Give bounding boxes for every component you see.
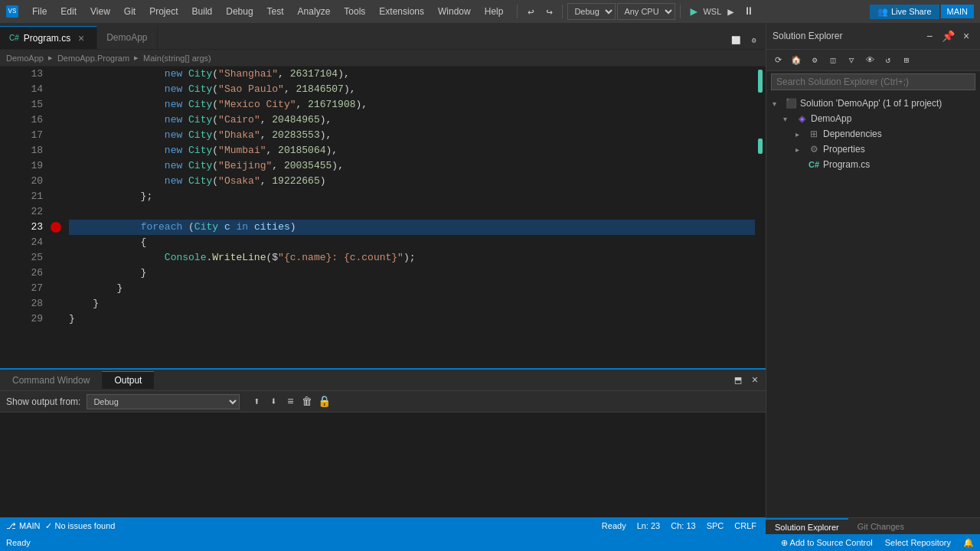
debug-config-dropdown[interactable]: Debug	[567, 3, 616, 20]
se-show-all-button[interactable]: 👁	[861, 52, 878, 69]
panel-tab-bar: Command Window Output ⬒ ×	[0, 370, 766, 391]
menu-git[interactable]: Git	[118, 5, 142, 18]
notification-icon[interactable]: 🔔	[957, 538, 980, 548]
menu-extensions[interactable]: Extensions	[373, 5, 430, 18]
tree-item-label-deps: Dependencies	[823, 129, 882, 139]
output-btn-2[interactable]: ⬇	[266, 394, 281, 409]
encoding-info[interactable]: CRLF	[731, 521, 760, 530]
tree-item-label-demoapp: DemoApp	[811, 113, 851, 124]
code-lines[interactable]: new City("Shanghai", 26317104), new City…	[63, 67, 755, 368]
code-line-23: foreach (City c in cities)	[69, 220, 755, 235]
output-btn-4[interactable]: 🗑	[299, 394, 315, 409]
editor-content[interactable]: 13 14 15 16 17 18 19 20 21 22 23 24 25 2…	[0, 67, 766, 368]
tree-item-dependencies[interactable]: ▸ ⊞ Dependencies	[766, 126, 980, 142]
code-line-19: new City("Beijing", 20035455),	[69, 158, 755, 174]
panel-float-button[interactable]: ⬒	[730, 373, 746, 388]
menu-project[interactable]: Project	[143, 5, 184, 18]
breakpoint-gutter	[49, 67, 63, 368]
menu-view[interactable]: View	[84, 5, 116, 18]
code-line-16: new City("Cairo", 20484965),	[69, 112, 755, 128]
status-bar: ⎇ MAIN ✓ No issues found Ready Ln: 23 Ch…	[0, 517, 766, 534]
no-issues-label: No issues found	[55, 521, 116, 530]
tree-item-demoapp[interactable]: ▾ ◈ DemoApp	[766, 111, 980, 126]
code-area: 13 14 15 16 17 18 19 20 21 22 23 24 25 2…	[12, 67, 766, 368]
menu-window[interactable]: Window	[432, 5, 477, 18]
spaces-info[interactable]: SPC	[704, 521, 727, 530]
run-button[interactable]: ▶	[685, 3, 702, 20]
se-settings-button[interactable]: ⚙	[806, 52, 823, 69]
se-tree: ▾ ⬛ Solution 'DemoApp' (1 of 1 project) …	[766, 93, 980, 534]
add-source-control-label: Add to Source Control	[790, 538, 873, 547]
editor-options-button[interactable]: ⚙	[746, 32, 763, 49]
line-col[interactable]: Ln: 23	[634, 521, 664, 530]
menu-debug[interactable]: Debug	[220, 5, 259, 18]
menu-help[interactable]: Help	[479, 5, 510, 18]
se-tab-solution-explorer[interactable]: Solution Explorer	[766, 518, 848, 534]
menu-edit[interactable]: Edit	[54, 5, 83, 18]
se-close-button[interactable]: ×	[959, 28, 974, 44]
chevron-right-icon-2: ▸	[795, 145, 805, 154]
menu-build[interactable]: Build	[186, 5, 219, 18]
branch-label[interactable]: MAIN	[941, 5, 975, 18]
class-path[interactable]: DemoApp.Program	[57, 54, 129, 63]
tree-item-solution[interactable]: ▾ ⬛ Solution 'DemoApp' (1 of 1 project)	[766, 96, 980, 111]
se-properties-button[interactable]: ⊞	[898, 52, 915, 69]
pause-button[interactable]: ⏸	[740, 3, 757, 20]
se-sync-button[interactable]: ⟳	[769, 52, 786, 69]
ready-label: Ready	[599, 521, 629, 530]
git-status[interactable]: ⎇ MAIN	[6, 521, 41, 531]
tree-item-program-cs[interactable]: ▸ C# Program.cs	[766, 157, 980, 172]
coverage-indicator-top	[758, 70, 763, 93]
toolbar-separator-3	[680, 5, 681, 18]
se-refresh-button[interactable]: ↺	[880, 52, 897, 69]
method-path[interactable]: Main(string[] args)	[143, 54, 211, 63]
toolbar-separator	[517, 5, 518, 18]
se-tab-git-changes[interactable]: Git Changes	[848, 518, 913, 534]
tree-item-properties[interactable]: ▸ ⚙ Properties	[766, 142, 980, 157]
status-add-source-control[interactable]: ⊕ Add to Source Control	[775, 538, 879, 548]
status-ready[interactable]: Ready	[0, 538, 37, 547]
se-search-input[interactable]	[771, 73, 975, 90]
project-path[interactable]: DemoApp	[6, 54, 44, 63]
se-toolbar: ⟳ 🏠 ⚙ ◫ ▽ 👁 ↺ ⊞	[766, 50, 980, 71]
platform-dropdown[interactable]: Any CPU	[617, 3, 675, 20]
se-title: Solution Explorer	[773, 31, 919, 41]
live-share-button[interactable]: 👥 Live Share	[870, 5, 939, 19]
output-btn-5[interactable]: 🔒	[316, 394, 332, 409]
coverage-indicator-mid	[758, 139, 763, 154]
panel-close-button[interactable]: ×	[747, 373, 763, 388]
error-status[interactable]: ✓ No issues found	[45, 521, 116, 531]
menu-analyze[interactable]: Analyze	[292, 5, 337, 18]
menu-file[interactable]: File	[26, 5, 53, 18]
output-source-dropdown[interactable]: Debug	[87, 394, 240, 409]
redo-button[interactable]: ↪	[541, 3, 557, 20]
code-line-21: };	[69, 189, 755, 204]
menu-tools[interactable]: Tools	[338, 5, 371, 18]
main-layout: C# Program.cs × DemoApp ⬜ ⚙ DemoApp ▸ De…	[0, 23, 980, 534]
scroll-bar[interactable]	[755, 67, 766, 368]
col-info[interactable]: Ch: 13	[668, 521, 698, 530]
toolbar: ↩ ↪ Debug Any CPU ▶ WSL ▶ ⏸ 👥 Live Share…	[514, 3, 974, 20]
output-btn-3[interactable]: ≡	[283, 394, 298, 409]
split-editor-button[interactable]: ⬜	[727, 32, 744, 49]
status-select-repo[interactable]: Select Repository	[879, 538, 957, 547]
tab-command-window[interactable]: Command Window	[0, 372, 102, 389]
undo-button[interactable]: ↩	[522, 3, 539, 20]
continue-button[interactable]: ▶	[722, 3, 739, 20]
output-btn-1[interactable]: ⬆	[249, 394, 264, 409]
se-pin-button[interactable]: 📌	[940, 28, 956, 44]
se-home-button[interactable]: 🏠	[788, 52, 805, 69]
se-preview-button[interactable]: ◫	[825, 52, 841, 69]
tab-output[interactable]: Output	[102, 371, 154, 389]
panel-controls: ⬒ ×	[730, 373, 766, 388]
tab-demoapp[interactable]: DemoApp	[97, 26, 157, 49]
se-filter-button[interactable]: ▽	[843, 52, 860, 69]
tab-program-cs[interactable]: C# Program.cs ×	[0, 26, 97, 49]
se-collapse-button[interactable]: −	[922, 28, 937, 44]
tab-close-program-cs[interactable]: ×	[75, 32, 87, 44]
output-content	[0, 412, 766, 517]
bottom-status-bar: Ready ⊕ Add to Source Control Select Rep…	[0, 534, 980, 551]
solution-icon: ⬛	[785, 97, 797, 109]
menu-test[interactable]: Test	[261, 5, 290, 18]
chevron-down-icon-2: ▾	[783, 115, 792, 123]
